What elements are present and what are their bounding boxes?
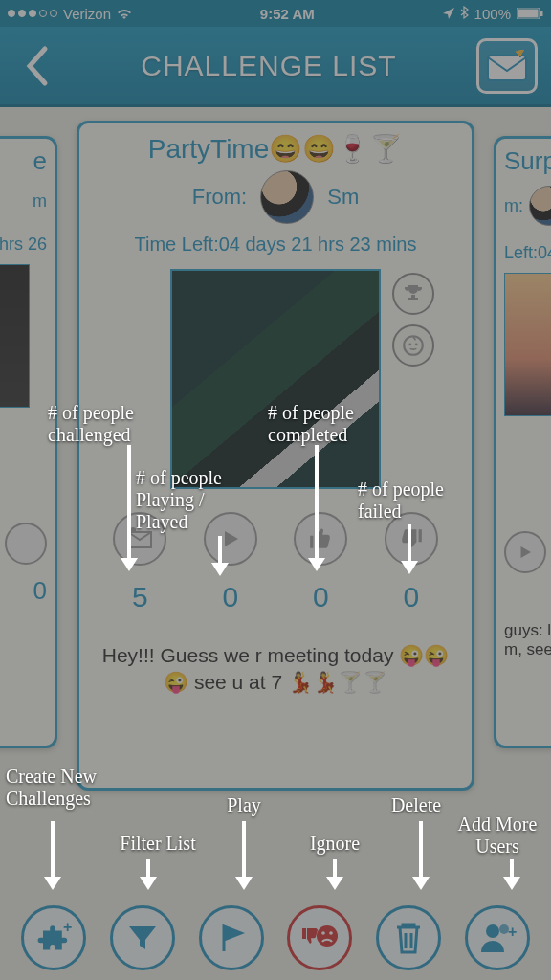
from-fragment: m <box>0 191 47 212</box>
content-area: e m 08 hrs 26 0 Surpr m: Left:04 d guys:… <box>0 107 551 980</box>
filter-button[interactable] <box>110 905 175 970</box>
svg-rect-2 <box>540 11 543 16</box>
funnel-icon <box>125 921 160 955</box>
inbox-button[interactable] <box>476 38 538 94</box>
svg-point-13 <box>486 924 499 938</box>
play-button[interactable] <box>199 905 264 970</box>
challenge-thumb <box>504 273 551 416</box>
card-title: e <box>0 146 47 176</box>
add-users-button[interactable]: + <box>465 905 530 970</box>
stat-value: 5 <box>132 581 148 613</box>
svg-point-5 <box>408 344 411 346</box>
msg-fragment: m, see yo <box>504 640 551 659</box>
people-challenged-icon <box>113 512 166 566</box>
svg-point-6 <box>415 344 418 346</box>
battery-pct: 100% <box>474 6 511 22</box>
stat-challenged[interactable]: 5 <box>113 512 166 613</box>
battery-icon <box>517 6 543 22</box>
msg-fragment: guys: let <box>504 621 551 640</box>
nav-bar: CHALLENGE LIST <box>0 27 551 107</box>
location-icon <box>443 6 454 22</box>
time-left: Time Left:04 days 21 hrs 23 mins <box>95 234 456 256</box>
wifi-icon <box>117 6 132 22</box>
card-title: Surpr <box>504 146 551 176</box>
time-fragment: Left:04 d <box>504 243 551 263</box>
ignore-button[interactable] <box>287 905 352 970</box>
play-icon <box>5 523 47 565</box>
stats-row: 5 0 0 0 <box>95 512 456 613</box>
stat-value: 0 <box>313 581 329 613</box>
trash-icon <box>393 920 424 956</box>
stat-value: 0 <box>222 581 238 613</box>
challenge-thumb <box>0 264 30 408</box>
challenge-title: PartyTime😄😄🍷🍸 <box>95 133 456 165</box>
bottom-toolbar: + + <box>0 905 551 970</box>
svg-rect-1 <box>518 9 538 17</box>
challenge-card[interactable]: PartyTime😄😄🍷🍸 From: Sm Time Left:04 days… <box>77 121 474 791</box>
sad-thumbs-down-icon <box>298 919 341 957</box>
svg-rect-3 <box>488 56 526 80</box>
from-fragment: m: <box>504 196 523 216</box>
thumbs-up-icon <box>294 512 347 566</box>
back-button[interactable] <box>13 42 61 90</box>
challenge-image[interactable] <box>170 269 381 489</box>
challenge-card-next[interactable]: Surpr m: Left:04 d guys: let m, see yo <box>494 136 551 748</box>
create-challenge-button[interactable]: + <box>21 905 86 970</box>
stat-failed[interactable]: 0 <box>385 512 438 613</box>
svg-text:+: + <box>63 919 72 935</box>
svg-text:+: + <box>508 924 517 940</box>
svg-point-4 <box>404 336 423 355</box>
time-fragment: 08 hrs 26 <box>0 234 47 255</box>
stat-value: 0 <box>403 581 419 613</box>
clock-label: 9:52 AM <box>260 6 315 22</box>
status-bar: Verizon 9:52 AM 100% <box>0 0 551 27</box>
delete-button[interactable] <box>376 905 441 970</box>
challenge-card-prev[interactable]: e m 08 hrs 26 0 <box>0 136 57 748</box>
play-icon <box>204 512 257 566</box>
person-plus-icon: + <box>477 920 518 956</box>
svg-point-11 <box>321 931 325 935</box>
stat-completed[interactable]: 0 <box>294 512 347 613</box>
stat-value: 0 <box>0 576 47 606</box>
svg-point-10 <box>317 925 338 947</box>
svg-point-12 <box>329 931 333 935</box>
challenge-message: Hey!!! Guess we r meeting today 😜😜😜 see … <box>95 642 456 697</box>
envelope-icon <box>486 50 528 82</box>
trophy-button[interactable] <box>392 273 434 315</box>
page-title: CHALLENGE LIST <box>141 50 396 82</box>
face-button[interactable] <box>392 324 434 367</box>
bluetooth-icon <box>460 6 469 22</box>
stat-played[interactable]: 0 <box>204 512 257 613</box>
puzzle-plus-icon: + <box>34 919 73 957</box>
play-icon <box>504 531 546 573</box>
carrier-label: Verizon <box>63 6 111 22</box>
sender-name: Sm <box>327 185 359 210</box>
baby-face-icon <box>401 333 426 358</box>
from-label: From: <box>192 185 247 210</box>
signal-dots-icon <box>8 10 57 17</box>
svg-point-8 <box>130 527 136 533</box>
thumbs-down-icon <box>385 512 438 566</box>
avatar <box>529 186 551 226</box>
sender-avatar[interactable] <box>260 170 314 224</box>
trophy-icon <box>402 282 425 305</box>
play-flag-icon <box>214 921 249 955</box>
